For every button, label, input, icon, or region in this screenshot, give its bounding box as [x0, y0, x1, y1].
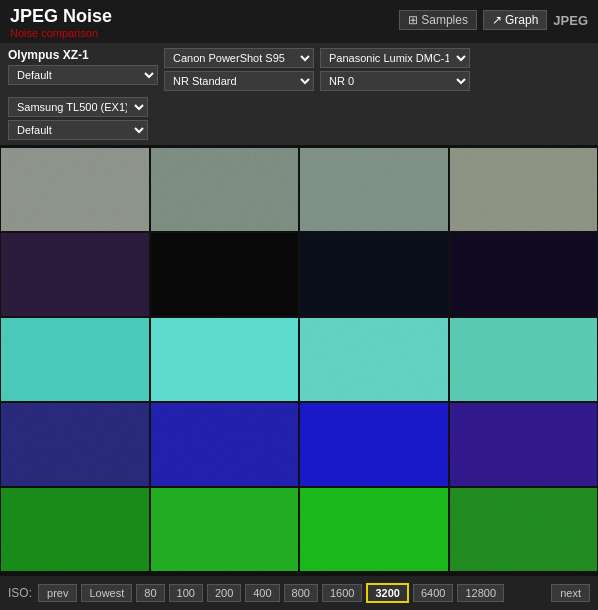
iso-100-button[interactable]: 100 — [169, 584, 203, 602]
grid-cell-r4c3 — [299, 402, 449, 487]
camera-3-group: Panasonic Lumix DMC-1 NR 0 — [320, 48, 470, 91]
grid-cell-r6c4 — [449, 572, 599, 574]
header-right: ⊞ Samples ↗ Graph JPEG — [399, 10, 588, 30]
app-title: JPEG Noise — [10, 6, 112, 27]
grid-cell-r3c2 — [150, 317, 300, 402]
app: JPEG Noise Noise comparison ⊞ Samples ↗ … — [0, 0, 598, 610]
grid-cell-r2c2 — [150, 232, 300, 317]
graph-button[interactable]: ↗ Graph — [483, 10, 547, 30]
iso-lowest-button[interactable]: Lowest — [81, 584, 132, 602]
camera-2-name-select[interactable]: Canon PowerShot S95 — [164, 48, 314, 68]
grid-cell-r5c3 — [299, 487, 449, 572]
camera-2-group: Canon PowerShot S95 NR Standard — [164, 48, 314, 91]
iso-bar: ISO: prev Lowest 80 100 200 400 800 1600… — [0, 576, 598, 610]
image-grid — [0, 145, 598, 576]
next-button[interactable]: next — [551, 584, 590, 602]
grid-cell-r2c4 — [449, 232, 599, 317]
camera-3-setting-select[interactable]: NR 0 — [320, 71, 470, 91]
grid-cell-r3c3 — [299, 317, 449, 402]
jpeg-label: JPEG — [553, 13, 588, 28]
grid-cell-r1c2 — [150, 147, 300, 232]
grid-cell-r6c1 — [0, 572, 150, 574]
iso-1600-button[interactable]: 1600 — [322, 584, 362, 602]
camera-1-name-label: Olympus XZ-1 — [8, 48, 158, 62]
grid-cell-r3c1 — [0, 317, 150, 402]
camera-3-name-select[interactable]: Panasonic Lumix DMC-1 — [320, 48, 470, 68]
grid-cell-r2c1 — [0, 232, 150, 317]
grid-cell-r5c4 — [449, 487, 599, 572]
grid-cell-r6c2 — [150, 572, 300, 574]
header: JPEG Noise Noise comparison ⊞ Samples ↗ … — [0, 0, 598, 43]
grid-cell-r2c3 — [299, 232, 449, 317]
grid-cell-r5c1 — [0, 487, 150, 572]
grid-cell-r5c2 — [150, 487, 300, 572]
iso-80-button[interactable]: 80 — [136, 584, 164, 602]
camera-4-group: Samsung TL500 (EX1) Default — [8, 97, 148, 140]
iso-label: ISO: — [8, 586, 32, 600]
camera-1-setting-select[interactable]: Default — [8, 65, 158, 85]
iso-3200-button[interactable]: 3200 — [366, 583, 408, 603]
prev-button[interactable]: prev — [38, 584, 77, 602]
grid-cell-r3c4 — [449, 317, 599, 402]
camera-4-name-select[interactable]: Samsung TL500 (EX1) — [8, 97, 148, 117]
samples-button[interactable]: ⊞ Samples — [399, 10, 477, 30]
camera-2-setting-select[interactable]: NR Standard — [164, 71, 314, 91]
iso-200-button[interactable]: 200 — [207, 584, 241, 602]
iso-12800-button[interactable]: 12800 — [457, 584, 504, 602]
iso-6400-button[interactable]: 6400 — [413, 584, 453, 602]
grid-cell-r1c3 — [299, 147, 449, 232]
controls-row: Olympus XZ-1 Default Canon PowerShot S95… — [0, 43, 598, 145]
grid-cell-r6c3 — [299, 572, 449, 574]
grid-cell-r4c4 — [449, 402, 599, 487]
iso-800-button[interactable]: 800 — [284, 584, 318, 602]
header-left: JPEG Noise Noise comparison — [10, 6, 112, 39]
camera-1-group: Olympus XZ-1 Default — [8, 48, 158, 85]
grid-cell-r1c1 — [0, 147, 150, 232]
grid-cell-r1c4 — [449, 147, 599, 232]
camera-4-setting-select[interactable]: Default — [8, 120, 148, 140]
iso-400-button[interactable]: 400 — [245, 584, 279, 602]
grid-cell-r4c2 — [150, 402, 300, 487]
app-subtitle: Noise comparison — [10, 27, 112, 39]
grid-cell-r4c1 — [0, 402, 150, 487]
graph-icon: ↗ — [492, 13, 502, 27]
grid-icon: ⊞ — [408, 13, 418, 27]
